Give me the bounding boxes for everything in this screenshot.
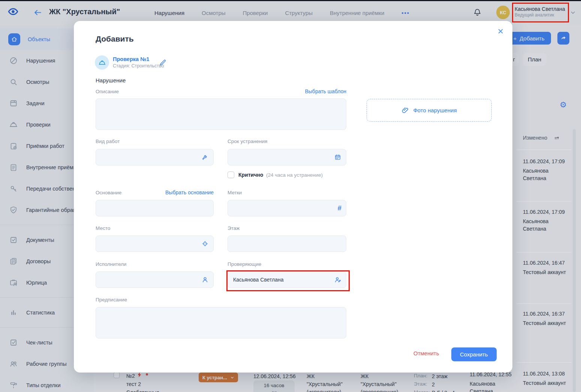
checkers-label: Проверяющие: [228, 261, 261, 267]
check-entity-stage: Стадия: Строительство: [113, 63, 164, 69]
basis-label-row: Основание Выбрать основание: [96, 189, 214, 195]
executors-input[interactable]: [96, 272, 213, 288]
tags-label: Метки: [228, 190, 242, 195]
check-entity-hardhat-icon: [95, 55, 109, 70]
wrench-icon[interactable]: [201, 154, 209, 161]
prescription-textarea[interactable]: [96, 307, 346, 338]
description-label-row: Описание Выбрать шаблон: [96, 88, 346, 94]
add-violation-modal: Добавить Проверка №1 Стадия: Строительст…: [74, 21, 512, 373]
choose-basis-link[interactable]: Выбрать основание: [165, 189, 214, 195]
basis-input[interactable]: [96, 200, 213, 216]
work-type-label: Вид работ: [96, 139, 120, 144]
critical-hint: (24 часа на устранение): [266, 172, 323, 178]
description-textarea[interactable]: [96, 98, 346, 130]
checkers-input[interactable]: [228, 272, 346, 288]
photo-upload-button[interactable]: Фото нарушения: [367, 99, 492, 122]
tags-input[interactable]: [228, 200, 346, 216]
crosshair-icon[interactable]: [201, 240, 209, 247]
place-label: Место: [96, 225, 110, 231]
deadline-label: Срок устранения: [228, 139, 267, 144]
critical-label: Критично: [238, 172, 263, 178]
checkers-field: [228, 271, 346, 288]
app: ЖК "Хрустальный" Нарушения Осмотры Прове…: [0, 0, 581, 392]
work-type-field: [96, 149, 214, 165]
person-icon[interactable]: [201, 276, 209, 283]
choose-template-link[interactable]: Выбрать шаблон: [305, 88, 346, 94]
description-label: Описание: [96, 89, 119, 94]
paperclip-icon: [401, 107, 409, 114]
basis-field: [96, 200, 214, 216]
modal-title: Добавить: [96, 34, 134, 43]
check-entity-link[interactable]: Проверка №1: [113, 56, 149, 62]
floor-label: Этаж: [228, 225, 240, 231]
deadline-field: [228, 149, 346, 165]
tags-field: #: [228, 200, 346, 216]
save-button[interactable]: Сохранить: [451, 347, 497, 361]
section-title: Нарушение: [96, 77, 126, 83]
work-type-input[interactable]: [96, 149, 213, 165]
prescription-label: Предписание: [96, 297, 127, 303]
floor-field: [228, 235, 346, 252]
executors-field: [96, 271, 214, 288]
cancel-button[interactable]: Отменить: [411, 350, 442, 357]
basis-label: Основание: [96, 190, 121, 195]
deadline-input[interactable]: [228, 149, 346, 165]
place-input[interactable]: [96, 236, 213, 252]
person-edit-icon[interactable]: [334, 276, 341, 283]
place-field: [96, 235, 214, 252]
executors-label: Исполнители: [96, 261, 126, 267]
critical-checkbox[interactable]: [228, 171, 234, 178]
close-icon[interactable]: [497, 28, 504, 35]
edit-pencil-icon[interactable]: [159, 58, 167, 67]
calendar-icon[interactable]: [334, 154, 341, 161]
hash-icon[interactable]: #: [337, 204, 341, 212]
floor-input[interactable]: [228, 236, 346, 252]
